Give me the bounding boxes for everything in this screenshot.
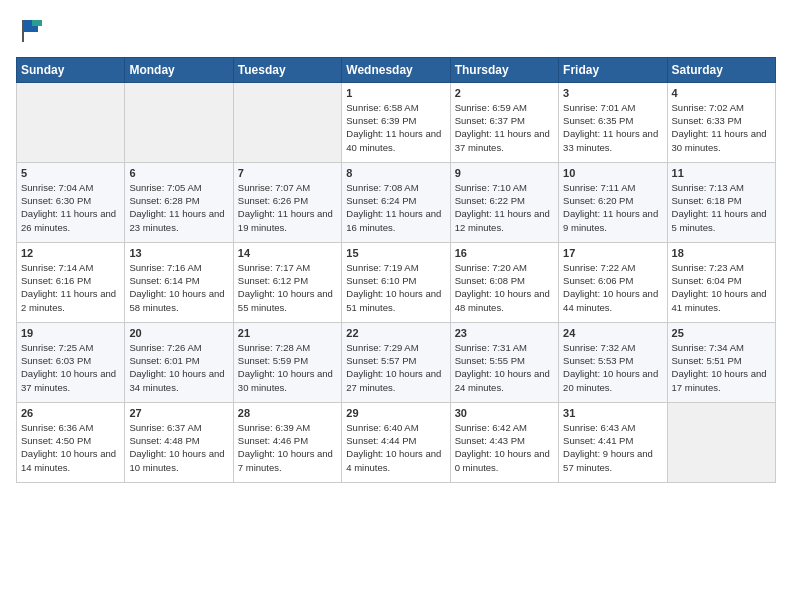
calendar-cell: 6Sunrise: 7:05 AMSunset: 6:28 PMDaylight…	[125, 162, 233, 242]
day-info: Sunrise: 6:39 AMSunset: 4:46 PMDaylight:…	[238, 421, 337, 474]
weekday-header-wednesday: Wednesday	[342, 57, 450, 82]
day-number: 17	[563, 247, 662, 259]
calendar-cell: 26Sunrise: 6:36 AMSunset: 4:50 PMDayligh…	[17, 402, 125, 482]
day-number: 9	[455, 167, 554, 179]
day-info: Sunrise: 7:07 AMSunset: 6:26 PMDaylight:…	[238, 181, 337, 234]
day-info: Sunrise: 7:19 AMSunset: 6:10 PMDaylight:…	[346, 261, 445, 314]
day-info: Sunrise: 7:29 AMSunset: 5:57 PMDaylight:…	[346, 341, 445, 394]
day-number: 30	[455, 407, 554, 419]
calendar-cell: 17Sunrise: 7:22 AMSunset: 6:06 PMDayligh…	[559, 242, 667, 322]
day-number: 15	[346, 247, 445, 259]
day-info: Sunrise: 7:13 AMSunset: 6:18 PMDaylight:…	[672, 181, 771, 234]
calendar-cell: 30Sunrise: 6:42 AMSunset: 4:43 PMDayligh…	[450, 402, 558, 482]
calendar-table: SundayMondayTuesdayWednesdayThursdayFrid…	[16, 57, 776, 483]
calendar-cell	[125, 82, 233, 162]
calendar-cell: 7Sunrise: 7:07 AMSunset: 6:26 PMDaylight…	[233, 162, 341, 242]
calendar-cell: 9Sunrise: 7:10 AMSunset: 6:22 PMDaylight…	[450, 162, 558, 242]
day-info: Sunrise: 7:23 AMSunset: 6:04 PMDaylight:…	[672, 261, 771, 314]
weekday-header-sunday: Sunday	[17, 57, 125, 82]
day-number: 5	[21, 167, 120, 179]
day-number: 24	[563, 327, 662, 339]
day-info: Sunrise: 6:43 AMSunset: 4:41 PMDaylight:…	[563, 421, 662, 474]
day-number: 1	[346, 87, 445, 99]
calendar-week-4: 19Sunrise: 7:25 AMSunset: 6:03 PMDayligh…	[17, 322, 776, 402]
page-header	[16, 16, 776, 49]
day-number: 20	[129, 327, 228, 339]
day-number: 3	[563, 87, 662, 99]
day-info: Sunrise: 7:31 AMSunset: 5:55 PMDaylight:…	[455, 341, 554, 394]
calendar-cell: 18Sunrise: 7:23 AMSunset: 6:04 PMDayligh…	[667, 242, 775, 322]
calendar-cell: 27Sunrise: 6:37 AMSunset: 4:48 PMDayligh…	[125, 402, 233, 482]
day-number: 18	[672, 247, 771, 259]
day-info: Sunrise: 7:14 AMSunset: 6:16 PMDaylight:…	[21, 261, 120, 314]
calendar-cell: 20Sunrise: 7:26 AMSunset: 6:01 PMDayligh…	[125, 322, 233, 402]
weekday-header-friday: Friday	[559, 57, 667, 82]
day-info: Sunrise: 6:58 AMSunset: 6:39 PMDaylight:…	[346, 101, 445, 154]
calendar-cell: 24Sunrise: 7:32 AMSunset: 5:53 PMDayligh…	[559, 322, 667, 402]
day-info: Sunrise: 6:59 AMSunset: 6:37 PMDaylight:…	[455, 101, 554, 154]
weekday-header-saturday: Saturday	[667, 57, 775, 82]
day-info: Sunrise: 7:22 AMSunset: 6:06 PMDaylight:…	[563, 261, 662, 314]
calendar-cell: 29Sunrise: 6:40 AMSunset: 4:44 PMDayligh…	[342, 402, 450, 482]
calendar-cell: 23Sunrise: 7:31 AMSunset: 5:55 PMDayligh…	[450, 322, 558, 402]
logo	[16, 16, 46, 49]
day-info: Sunrise: 7:28 AMSunset: 5:59 PMDaylight:…	[238, 341, 337, 394]
day-number: 26	[21, 407, 120, 419]
day-number: 27	[129, 407, 228, 419]
day-number: 4	[672, 87, 771, 99]
day-info: Sunrise: 7:25 AMSunset: 6:03 PMDaylight:…	[21, 341, 120, 394]
day-number: 8	[346, 167, 445, 179]
calendar-week-3: 12Sunrise: 7:14 AMSunset: 6:16 PMDayligh…	[17, 242, 776, 322]
calendar-cell	[667, 402, 775, 482]
calendar-cell: 11Sunrise: 7:13 AMSunset: 6:18 PMDayligh…	[667, 162, 775, 242]
calendar-cell	[17, 82, 125, 162]
calendar-cell: 25Sunrise: 7:34 AMSunset: 5:51 PMDayligh…	[667, 322, 775, 402]
logo-flag-icon	[18, 16, 46, 44]
calendar-cell: 22Sunrise: 7:29 AMSunset: 5:57 PMDayligh…	[342, 322, 450, 402]
day-number: 14	[238, 247, 337, 259]
calendar-week-5: 26Sunrise: 6:36 AMSunset: 4:50 PMDayligh…	[17, 402, 776, 482]
day-number: 28	[238, 407, 337, 419]
day-info: Sunrise: 7:16 AMSunset: 6:14 PMDaylight:…	[129, 261, 228, 314]
day-number: 16	[455, 247, 554, 259]
weekday-header-monday: Monday	[125, 57, 233, 82]
day-info: Sunrise: 7:10 AMSunset: 6:22 PMDaylight:…	[455, 181, 554, 234]
calendar-cell: 16Sunrise: 7:20 AMSunset: 6:08 PMDayligh…	[450, 242, 558, 322]
day-number: 12	[21, 247, 120, 259]
day-info: Sunrise: 6:36 AMSunset: 4:50 PMDaylight:…	[21, 421, 120, 474]
svg-marker-1	[32, 20, 42, 26]
calendar-cell: 10Sunrise: 7:11 AMSunset: 6:20 PMDayligh…	[559, 162, 667, 242]
day-number: 7	[238, 167, 337, 179]
calendar-cell	[233, 82, 341, 162]
day-info: Sunrise: 7:17 AMSunset: 6:12 PMDaylight:…	[238, 261, 337, 314]
calendar-cell: 5Sunrise: 7:04 AMSunset: 6:30 PMDaylight…	[17, 162, 125, 242]
calendar-cell: 3Sunrise: 7:01 AMSunset: 6:35 PMDaylight…	[559, 82, 667, 162]
day-number: 2	[455, 87, 554, 99]
day-number: 25	[672, 327, 771, 339]
weekday-header-thursday: Thursday	[450, 57, 558, 82]
calendar-cell: 1Sunrise: 6:58 AMSunset: 6:39 PMDaylight…	[342, 82, 450, 162]
day-number: 22	[346, 327, 445, 339]
calendar-week-1: 1Sunrise: 6:58 AMSunset: 6:39 PMDaylight…	[17, 82, 776, 162]
calendar-cell: 15Sunrise: 7:19 AMSunset: 6:10 PMDayligh…	[342, 242, 450, 322]
day-info: Sunrise: 7:11 AMSunset: 6:20 PMDaylight:…	[563, 181, 662, 234]
weekday-header-tuesday: Tuesday	[233, 57, 341, 82]
day-info: Sunrise: 6:40 AMSunset: 4:44 PMDaylight:…	[346, 421, 445, 474]
calendar-cell: 4Sunrise: 7:02 AMSunset: 6:33 PMDaylight…	[667, 82, 775, 162]
day-info: Sunrise: 7:04 AMSunset: 6:30 PMDaylight:…	[21, 181, 120, 234]
calendar-cell: 12Sunrise: 7:14 AMSunset: 6:16 PMDayligh…	[17, 242, 125, 322]
calendar-week-2: 5Sunrise: 7:04 AMSunset: 6:30 PMDaylight…	[17, 162, 776, 242]
svg-rect-2	[22, 20, 24, 42]
calendar-cell: 31Sunrise: 6:43 AMSunset: 4:41 PMDayligh…	[559, 402, 667, 482]
day-info: Sunrise: 7:32 AMSunset: 5:53 PMDaylight:…	[563, 341, 662, 394]
day-info: Sunrise: 7:20 AMSunset: 6:08 PMDaylight:…	[455, 261, 554, 314]
day-number: 13	[129, 247, 228, 259]
calendar-cell: 8Sunrise: 7:08 AMSunset: 6:24 PMDaylight…	[342, 162, 450, 242]
day-info: Sunrise: 7:34 AMSunset: 5:51 PMDaylight:…	[672, 341, 771, 394]
calendar-header-row: SundayMondayTuesdayWednesdayThursdayFrid…	[17, 57, 776, 82]
day-info: Sunrise: 7:02 AMSunset: 6:33 PMDaylight:…	[672, 101, 771, 154]
day-number: 19	[21, 327, 120, 339]
day-number: 31	[563, 407, 662, 419]
day-number: 21	[238, 327, 337, 339]
day-info: Sunrise: 6:37 AMSunset: 4:48 PMDaylight:…	[129, 421, 228, 474]
